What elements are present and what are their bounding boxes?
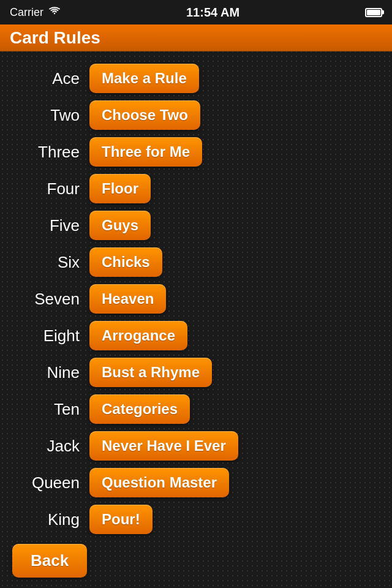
status-bar-left: Carrier (10, 6, 61, 19)
status-bar-time: 11:54 AM (186, 6, 239, 20)
rule-row: TwoChoose Two (12, 100, 380, 130)
rule-row: SixChicks (12, 247, 380, 277)
rule-button-nine[interactable]: Bust a Rhyme (89, 358, 212, 387)
rule-row: EightArrogance (12, 321, 380, 350)
rule-button-queen[interactable]: Question Master (89, 468, 229, 497)
card-label-two: Two (12, 106, 80, 125)
carrier-label: Carrier (10, 6, 43, 19)
status-bar-right (365, 8, 382, 17)
rule-row: JackNever Have I Ever (12, 431, 380, 461)
battery-icon (365, 8, 382, 17)
rule-button-eight[interactable]: Arrogance (89, 321, 187, 350)
rule-button-four[interactable]: Floor (89, 174, 151, 203)
rule-button-jack[interactable]: Never Have I Ever (89, 431, 238, 461)
rules-list: AceMake a RuleTwoChoose TwoThreeThree fo… (12, 64, 380, 534)
rule-button-seven[interactable]: Heaven (89, 284, 166, 314)
card-label-queen: Queen (12, 473, 80, 492)
card-label-ten: Ten (12, 400, 80, 419)
rule-row: SevenHeaven (12, 284, 380, 314)
rule-button-ace[interactable]: Make a Rule (89, 64, 199, 93)
card-label-seven: Seven (12, 290, 80, 309)
card-label-king: King (12, 510, 80, 529)
rule-row: AceMake a Rule (12, 64, 380, 93)
rule-button-king[interactable]: Pour! (89, 505, 153, 534)
card-label-three: Three (12, 143, 80, 162)
card-label-five: Five (12, 216, 80, 235)
wifi-icon (48, 6, 61, 19)
card-label-jack: Jack (12, 437, 80, 456)
nav-title: Card Rules (10, 28, 100, 48)
card-label-four: Four (12, 179, 80, 198)
rule-row: KingPour! (12, 505, 380, 534)
rule-row: NineBust a Rhyme (12, 358, 380, 387)
nav-bar: Card Rules (0, 24, 392, 51)
rule-button-six[interactable]: Chicks (89, 247, 162, 277)
status-bar: Carrier 11:54 AM (0, 0, 392, 24)
card-label-eight: Eight (12, 326, 80, 345)
card-label-ace: Ace (12, 69, 80, 88)
rule-row: TenCategories (12, 394, 380, 424)
bottom-bar: Back (0, 539, 392, 588)
rule-button-five[interactable]: Guys (89, 211, 151, 240)
back-button[interactable]: Back (12, 544, 87, 578)
rule-row: FourFloor (12, 174, 380, 203)
rule-button-two[interactable]: Choose Two (89, 100, 200, 130)
rule-button-three[interactable]: Three for Me (89, 137, 202, 167)
rule-row: FiveGuys (12, 211, 380, 240)
rule-row: ThreeThree for Me (12, 137, 380, 167)
rule-button-ten[interactable]: Categories (89, 394, 190, 424)
card-label-six: Six (12, 253, 80, 272)
rule-row: QueenQuestion Master (12, 468, 380, 497)
card-label-nine: Nine (12, 363, 80, 382)
card-rules-content: AceMake a RuleTwoChoose TwoThreeThree fo… (0, 51, 392, 588)
